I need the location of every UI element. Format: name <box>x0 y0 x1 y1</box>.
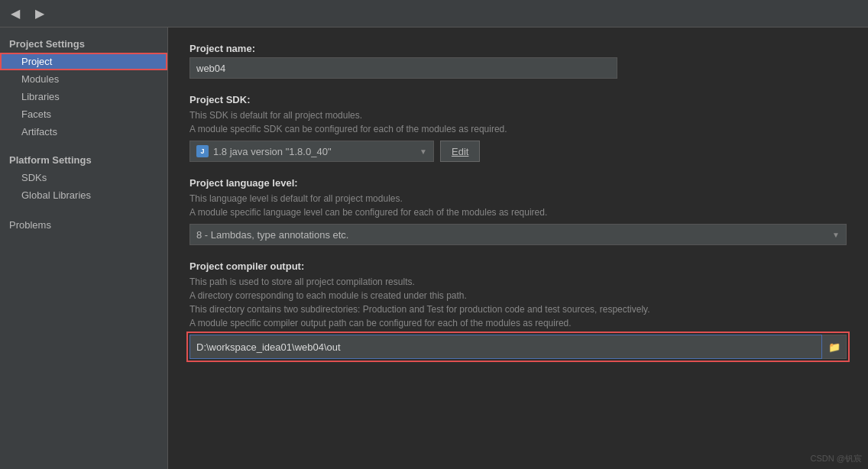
sdk-label: Project SDK: <box>189 94 847 105</box>
project-name-group: Project name: <box>189 43 847 79</box>
lang-group: Project language level: This language le… <box>189 177 847 245</box>
sidebar-item-libraries[interactable]: Libraries <box>0 88 167 105</box>
lang-label: Project language level: <box>189 177 847 189</box>
compiler-label: Project compiler output: <box>189 260 847 272</box>
project-name-input[interactable] <box>189 57 617 79</box>
sidebar-item-global-libraries[interactable]: Global Libraries <box>0 186 167 204</box>
sidebar-item-sdks[interactable]: SDKs <box>0 169 167 186</box>
sidebar-item-artifacts[interactable]: Artifacts <box>0 123 167 141</box>
sidebar-item-modules[interactable]: Modules <box>0 70 167 88</box>
top-nav-bar: ◀ ▶ <box>0 0 868 27</box>
sdk-value: 1.8 java version "1.8.0_40" <box>213 146 332 157</box>
sdk-row: J 1.8 java version "1.8.0_40" ▼ Edit <box>189 141 847 162</box>
compiler-output-input[interactable] <box>189 335 822 359</box>
sdk-desc: This SDK is default for all project modu… <box>189 108 847 136</box>
sidebar-item-problems[interactable]: Problems <box>0 216 167 234</box>
sidebar: Project Settings Project Modules Librari… <box>0 27 168 469</box>
sdk-dropdown[interactable]: J 1.8 java version "1.8.0_40" ▼ <box>189 141 434 162</box>
forward-button[interactable]: ▶ <box>31 5 49 22</box>
lang-desc: This language level is default for all p… <box>189 192 847 219</box>
content-area: Project name: Project SDK: This SDK is d… <box>168 27 868 469</box>
main-layout: Project Settings Project Modules Librari… <box>0 27 868 469</box>
lang-value: 8 - Lambdas, type annotations etc. <box>196 229 348 241</box>
sdk-dropdown-arrow-icon: ▼ <box>419 147 427 156</box>
java-icon: J <box>196 145 209 157</box>
sidebar-item-facets[interactable]: Facets <box>0 105 167 123</box>
lang-dropdown-arrow-icon: ▼ <box>832 231 840 239</box>
lang-dropdown[interactable]: 8 - Lambdas, type annotations etc. ▼ <box>189 224 847 245</box>
project-settings-title: Project Settings <box>0 34 167 53</box>
compiler-group: Project compiler output: This path is us… <box>189 260 847 359</box>
project-name-label: Project name: <box>189 43 847 54</box>
sdk-group: Project SDK: This SDK is default for all… <box>189 94 847 162</box>
back-button[interactable]: ◀ <box>6 5 24 22</box>
compiler-browse-button[interactable] <box>822 335 847 359</box>
compiler-desc: This path is used to store all project c… <box>189 275 847 330</box>
sidebar-item-project[interactable]: Project <box>0 53 167 70</box>
platform-settings-title: Platform Settings <box>0 150 167 169</box>
compiler-output-row <box>189 335 847 359</box>
sdk-edit-button[interactable]: Edit <box>440 141 480 162</box>
watermark: CSDN @钒宸 <box>811 453 862 464</box>
folder-icon <box>828 341 840 353</box>
